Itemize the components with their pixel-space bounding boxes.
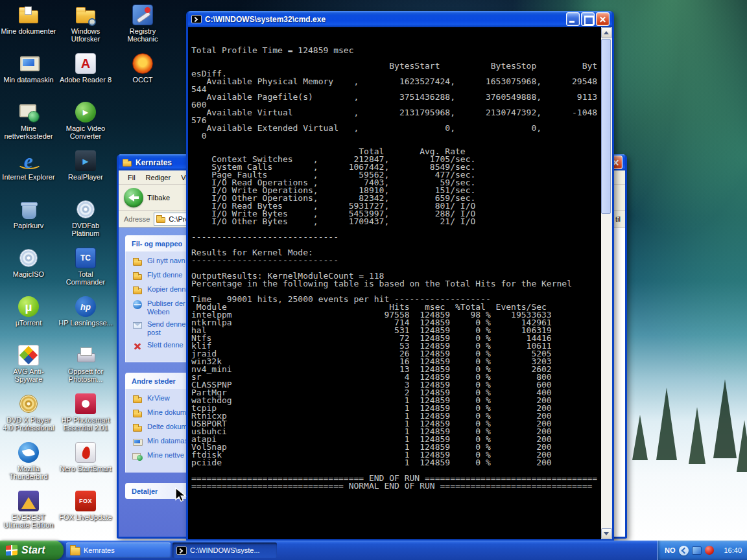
panel-title: Fil- og mappeo bbox=[132, 240, 182, 248]
scrollbar-thumb[interactable] bbox=[601, 39, 611, 214]
desktop-icon[interactable]: MagicISO bbox=[0, 244, 57, 293]
task-icon bbox=[132, 257, 143, 267]
tree-silhouette bbox=[737, 420, 747, 472]
place-link-label: Delte dokum bbox=[147, 423, 187, 431]
taskbar-task-label: C:\WINDOWS\syste... bbox=[190, 546, 260, 554]
desktop-icon[interactable]: Windows Utforsker bbox=[57, 1, 114, 50]
menu-item[interactable]: Rediger bbox=[141, 172, 176, 183]
desktop-icon-glyph: hp bbox=[80, 303, 91, 311]
desktop-icon-image: FOX bbox=[75, 491, 96, 511]
system-tray: NO 16:40 bbox=[658, 541, 747, 560]
start-button[interactable]: Start bbox=[0, 541, 64, 560]
place-icon bbox=[132, 408, 143, 419]
address-label: Adresse bbox=[124, 215, 150, 223]
taskbar: Start Kernrates C:\WINDOWS\syste... NO 1… bbox=[0, 541, 747, 560]
taskbar-task-icon bbox=[176, 546, 187, 555]
console-line: pciide 1 124859 0 % 200 bbox=[191, 459, 601, 467]
desktop-icon-image bbox=[75, 393, 96, 414]
desktop-icon[interactable]: e Internet Explorer bbox=[0, 147, 57, 196]
desktop-icon[interactable]: hp HP Løsningsse... bbox=[57, 293, 114, 342]
minimize-button[interactable] bbox=[566, 12, 580, 26]
desktop-icon[interactable]: Oppsett for Photosm... bbox=[57, 342, 114, 390]
console-line: I/O Other Bytes , 1709437, 21/ I/O bbox=[191, 218, 601, 226]
desktop-icon-glyph bbox=[145, 7, 150, 13]
desktop-icon[interactable]: AVG Anti-Spyware bbox=[0, 342, 57, 390]
console-text: Total Profile Time = 124859 msec BytesSt… bbox=[188, 27, 601, 539]
scrollbar-track[interactable] bbox=[601, 38, 612, 528]
desktop-icon-image bbox=[18, 5, 39, 25]
menu-item[interactable]: Fil bbox=[123, 172, 141, 183]
desktop-icon-label: Papirkurv bbox=[14, 222, 43, 229]
console-line: ----------------------------- bbox=[191, 233, 601, 241]
desktop-icon[interactable]: DVD X Player 4.0 Professional bbox=[0, 390, 57, 439]
desktop-icon-glyph: ► bbox=[81, 108, 90, 117]
desktop-icon[interactable]: A Adobe Reader 8 bbox=[57, 50, 114, 99]
desktop-icon[interactable]: HP Photosmart Essential 2.01 bbox=[57, 390, 114, 439]
cmd-window: C:\WINDOWS\system32\cmd.exe Total Profil… bbox=[186, 11, 614, 541]
language-indicator[interactable]: NO bbox=[665, 546, 676, 554]
console-line: BytesStart BytesStop Byt bbox=[191, 62, 601, 70]
console-scrollbar[interactable] bbox=[601, 27, 612, 539]
console-line: Total Profile Time = 124859 msec bbox=[191, 47, 601, 54]
desktop-icon-glyph: TC bbox=[80, 254, 91, 262]
desktop-icon-label: OCCT bbox=[132, 76, 152, 84]
desktop-icon[interactable]: Papirkurv bbox=[0, 196, 57, 244]
desktop-icon[interactable]: Mine nettverkssteder bbox=[0, 99, 57, 147]
antivirus-tray-icon[interactable] bbox=[705, 546, 714, 555]
desktop-icon-column-3: Registry Mechanic OCCT bbox=[114, 1, 171, 99]
desktop-icon-image: e bbox=[18, 150, 39, 171]
desktop-icon-image: TC bbox=[75, 248, 96, 268]
desktop-icon[interactable]: Mozilla Thunderbird bbox=[0, 439, 57, 487]
desktop-icon-label: Internet Explorer bbox=[2, 173, 54, 181]
back-button-label: Tilbake bbox=[147, 194, 170, 202]
desktop-icon[interactable]: µ µTorrent bbox=[0, 293, 57, 342]
folder-icon bbox=[122, 158, 132, 168]
task-icon bbox=[132, 285, 143, 296]
desktop-icon[interactable]: ► Magic Video Converter bbox=[57, 99, 114, 147]
close-button[interactable] bbox=[596, 12, 610, 26]
desktop-icon-image: hp bbox=[75, 296, 96, 317]
desktop-icon-glyph bbox=[88, 18, 96, 26]
task-icon bbox=[132, 320, 143, 331]
desktop-icon-label: Magic Video Converter bbox=[58, 124, 113, 140]
desktop-icon[interactable]: Registry Mechanic bbox=[114, 1, 171, 50]
task-icon bbox=[132, 271, 143, 281]
desktop-icon[interactable]: OCCT bbox=[114, 50, 171, 99]
console-line: Percentage in the following table is bas… bbox=[191, 280, 601, 288]
maximize-button[interactable] bbox=[581, 12, 595, 26]
place-icon bbox=[132, 423, 143, 433]
back-button[interactable] bbox=[124, 188, 143, 207]
scroll-up-button[interactable] bbox=[601, 27, 612, 38]
desktop-icon[interactable]: EVEREST Ultimate Edition bbox=[0, 487, 57, 536]
desktop-icon-label: AVG Anti-Spyware bbox=[1, 368, 56, 383]
hide-icons-button[interactable] bbox=[679, 546, 689, 555]
scroll-down-button[interactable] bbox=[601, 528, 612, 539]
desktop-icon-label: DVDFab Platinum bbox=[58, 222, 113, 237]
console-output[interactable]: Total Profile Time = 124859 msec BytesSt… bbox=[188, 27, 612, 539]
desktop-icon[interactable]: DVDFab Platinum bbox=[57, 196, 114, 244]
console-line: Available Physical Memory , 1623527424, … bbox=[191, 78, 601, 86]
desktop-icon[interactable]: TC Total Commander bbox=[57, 244, 114, 293]
desktop-icon[interactable]: Nero StartSmart bbox=[57, 439, 114, 487]
desktop-icon[interactable]: ► RealPlayer bbox=[57, 147, 114, 196]
desktop-icon-label: Windows Utforsker bbox=[58, 27, 113, 43]
desktop-icon[interactable]: Mine dokumenter bbox=[0, 1, 57, 50]
taskbar-task-button[interactable]: C:\WINDOWS\syste... bbox=[172, 542, 277, 558]
desktop-icon-label: Nero StartSmart bbox=[60, 465, 111, 472]
cmd-icon bbox=[191, 15, 202, 23]
desktop-icon-image: ► bbox=[75, 102, 96, 122]
desktop-icon-image bbox=[18, 248, 39, 268]
clock: 16:40 bbox=[724, 546, 742, 554]
desktop-icon-label: Min datamaskin bbox=[3, 76, 53, 84]
console-line: ============================== NORMAL EN… bbox=[191, 482, 601, 490]
screen: Mine dokumenter Min datamaskin Mine nett… bbox=[0, 0, 747, 560]
desktop-icon[interactable]: FOX FOX LiveUpdate bbox=[57, 487, 114, 536]
place-icon bbox=[132, 437, 143, 447]
taskbar-task-button[interactable]: Kernrates bbox=[66, 542, 171, 558]
cmd-titlebar[interactable]: C:\WINDOWS\system32\cmd.exe bbox=[188, 11, 612, 27]
network-tray-icon[interactable] bbox=[692, 546, 702, 555]
desktop-icon-label: MagicISO bbox=[13, 270, 44, 278]
taskbar-tasks: Kernrates C:\WINDOWS\syste... bbox=[64, 541, 658, 560]
desktop-icon-image bbox=[18, 491, 39, 511]
desktop-icon[interactable]: Min datamaskin bbox=[0, 50, 57, 99]
